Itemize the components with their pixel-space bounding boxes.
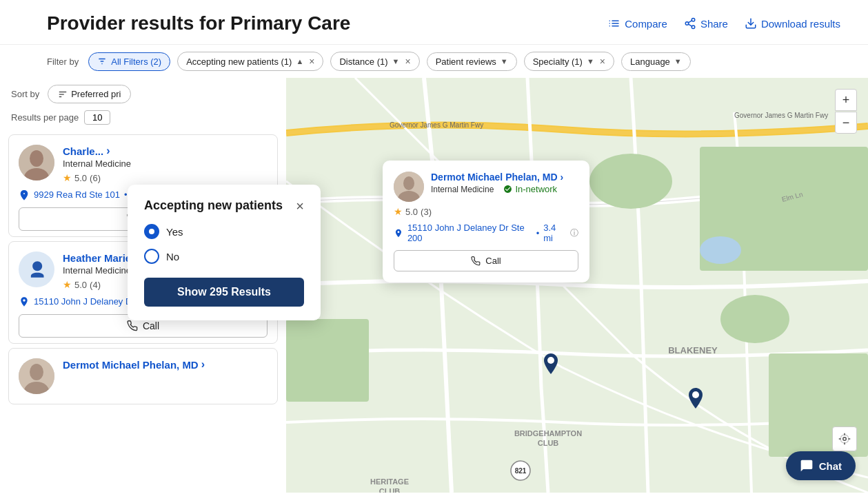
map-background: 495 Governor James G Martin Fwy Governor…	[286, 78, 868, 493]
anp-header: Accepting new patients ×	[144, 198, 304, 213]
zoom-in-button[interactable]: +	[835, 89, 857, 111]
distance-chevron-icon: ▼	[392, 57, 400, 65]
map-pin-svg-4	[686, 388, 705, 413]
chat-bubble[interactable]: Chat	[786, 451, 856, 480]
svg-point-16	[30, 364, 43, 380]
provider-photo-3	[19, 358, 54, 394]
provider-header-1: Charle... › Internal Medicine ★ 5.0 (6)	[19, 145, 268, 183]
zoom-out-button[interactable]: −	[835, 112, 857, 134]
popup-specialty: Internal Medicine In-network	[431, 184, 563, 194]
provider-name-1[interactable]: Charle... ›	[63, 145, 268, 157]
anp-option-yes[interactable]: Yes	[144, 224, 304, 239]
svg-point-22	[589, 154, 672, 209]
distance-close-icon[interactable]: ×	[405, 56, 410, 67]
filter-icon	[97, 56, 107, 66]
avatar-3	[19, 358, 54, 394]
svg-point-24	[700, 236, 741, 264]
filter-label: Filter by	[47, 56, 79, 67]
map-pin-3[interactable]	[541, 353, 561, 380]
provider-rating-1: ★ 5.0 (6)	[63, 172, 268, 183]
svg-point-45	[843, 438, 847, 441]
compare-icon	[608, 17, 620, 30]
location-icon-1	[19, 189, 30, 200]
svg-rect-19	[286, 319, 369, 402]
anp-close-button[interactable]: ×	[296, 199, 304, 213]
svg-point-43	[403, 176, 414, 190]
avatar-2	[19, 251, 54, 287]
page-title: Provider results for Primary Care	[47, 12, 350, 34]
accepting-close-icon[interactable]: ×	[309, 56, 314, 67]
star-icon-2: ★	[63, 279, 72, 290]
specialty-chip[interactable]: Specialty (1) ▼ ×	[524, 52, 614, 71]
reviews-chevron-icon: ▼	[501, 57, 508, 65]
provider-specialty-1: Internal Medicine	[63, 158, 131, 169]
compare-button[interactable]: Compare	[608, 17, 667, 30]
show-results-button[interactable]: Show 295 Results	[144, 278, 304, 307]
svg-text:BLAKENEY: BLAKENEY	[668, 345, 718, 356]
anp-radio-no	[144, 249, 159, 264]
sort-button[interactable]: Preferred pri	[48, 85, 131, 103]
sort-value: Preferred pri	[71, 89, 121, 99]
anp-option-no[interactable]: No	[144, 249, 304, 264]
popup-address: 15110 John J Delaney Dr Ste 200 • 3.4 mi…	[394, 223, 578, 243]
distance-chip[interactable]: Distance (1) ▼ ×	[330, 52, 419, 71]
map-pin-svg-3	[541, 353, 561, 378]
share-button[interactable]: Share	[684, 17, 728, 30]
svg-line-3	[688, 24, 692, 26]
svg-text:CLUB: CLUB	[379, 487, 401, 493]
svg-text:Governor James G Martin Fwy: Governor James G Martin Fwy	[390, 121, 483, 129]
language-chevron-icon: ▼	[674, 57, 682, 65]
provider-photo-1	[19, 145, 54, 181]
provider-name-3[interactable]: Dermot Michael Phelan, MD ›	[63, 358, 268, 371]
map-area: 495 Governor James G Martin Fwy Governor…	[286, 78, 868, 493]
filter-bar: Filter by All Filters (2) Accepting new …	[0, 45, 868, 78]
star-icon-1: ★	[63, 172, 72, 183]
svg-text:BRIDGEHAMPTON: BRIDGEHAMPTON	[514, 429, 582, 438]
sort-row: Sort by Preferred pri	[0, 78, 286, 107]
anp-option-no-label: No	[166, 251, 179, 263]
results-per-page-row: Results per page 10	[0, 107, 286, 130]
popup-rating: ★ 5.0 (3)	[394, 206, 578, 217]
map-pin-4[interactable]	[686, 388, 705, 415]
up-chevron-icon: ▲	[296, 57, 303, 65]
anp-title: Accepting new patients	[144, 198, 283, 213]
download-button[interactable]: Download results	[745, 17, 840, 30]
provider-info-1: Charle... › Internal Medicine ★ 5.0 (6)	[63, 145, 268, 183]
svg-point-46	[840, 435, 849, 443]
stethoscope-icon	[27, 260, 46, 279]
svg-point-40	[547, 357, 554, 364]
popup-in-network: In-network	[503, 184, 557, 194]
svg-text:CLUB: CLUB	[538, 439, 559, 447]
anp-option-yes-label: Yes	[166, 226, 183, 238]
locate-button[interactable]	[832, 426, 857, 451]
popup-provider-name[interactable]: Dermot Michael Phelan, MD ›	[431, 172, 563, 183]
svg-point-23	[720, 295, 789, 343]
results-per-page-input[interactable]: 10	[84, 110, 110, 125]
popup-phone-icon	[471, 256, 481, 266]
svg-point-41	[692, 391, 699, 398]
popup-call-button[interactable]: Call	[394, 250, 578, 271]
svg-text:Governor James G Martin Fwy: Governor James G Martin Fwy	[734, 112, 828, 119]
patient-reviews-chip[interactable]: Patient reviews ▼	[427, 52, 517, 71]
map-popup-header: Dermot Michael Phelan, MD › Internal Med…	[394, 172, 578, 202]
sort-icon	[58, 90, 68, 99]
accepting-patients-chip[interactable]: Accepting new patients (1) ▲ ×	[177, 52, 323, 71]
provider-specialty-2: Internal Medicine	[63, 265, 131, 276]
locate-icon	[838, 433, 851, 445]
main-content: Sort by Preferred pri Results per page 1…	[0, 78, 868, 493]
location-icon-2	[19, 296, 30, 307]
all-filters-chip[interactable]: All Filters (2)	[88, 52, 170, 71]
svg-line-4	[688, 21, 692, 23]
provider-card-3: Dermot Michael Phelan, MD ›	[8, 348, 278, 404]
language-chip[interactable]: Language ▼	[621, 52, 691, 71]
specialty-close-icon[interactable]: ×	[600, 56, 605, 67]
popup-location-icon	[394, 228, 403, 238]
top-actions: Compare Share Download results	[608, 17, 840, 30]
phone-icon-2	[127, 320, 138, 331]
download-icon	[745, 17, 757, 30]
popup-info-icon[interactable]: ⓘ	[570, 227, 578, 239]
provider-name-chevron-3: ›	[201, 358, 205, 371]
svg-text:821: 821	[515, 467, 527, 475]
popup-avatar	[394, 172, 424, 202]
top-bar: Provider results for Primary Care Compar…	[0, 0, 868, 45]
